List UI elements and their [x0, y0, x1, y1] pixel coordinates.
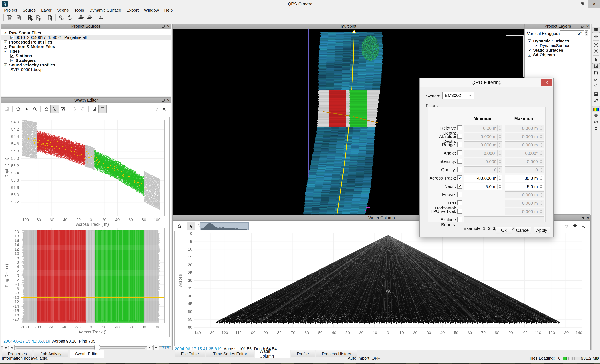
- menu-project[interactable]: Project: [1, 8, 20, 13]
- tab-file-table[interactable]: File Table: [175, 350, 205, 357]
- float-icon[interactable]: [162, 25, 165, 28]
- ruler-button[interactable]: [592, 98, 600, 104]
- filter-max-absolute-depth[interactable]: 0.000 m: [505, 133, 544, 140]
- checkbox[interactable]: ✓: [4, 50, 7, 53]
- water-column-fan-button[interactable]: [571, 222, 579, 230]
- float-icon[interactable]: [581, 25, 584, 28]
- spin-up-icon[interactable]: [585, 31, 588, 33]
- filter-button[interactable]: [98, 105, 107, 113]
- filter-min-nadir[interactable]: -5.0 m: [464, 183, 503, 190]
- menu-dynamic-surface[interactable]: Dynamic Surface: [87, 8, 124, 13]
- filter-max-nadir[interactable]: 5.0 m: [505, 183, 544, 190]
- filter-checkbox-tpu-vertical[interactable]: [458, 209, 462, 214]
- spinner[interactable]: [497, 184, 502, 190]
- filter-max-tpu-vertical[interactable]: 0.000 m: [505, 208, 544, 215]
- spinner[interactable]: [539, 175, 543, 181]
- new-project-button[interactable]: [6, 14, 14, 22]
- reprocess-button[interactable]: [66, 14, 74, 22]
- menu-layer[interactable]: Layer: [38, 8, 54, 13]
- vertical-exaggeration-input[interactable]: 6×: [560, 30, 584, 36]
- spinner[interactable]: [539, 200, 543, 206]
- filter-max-tpu-horizontal[interactable]: 0.000 m: [505, 200, 544, 207]
- ok-button[interactable]: OK: [496, 227, 513, 234]
- pointer-button[interactable]: [187, 222, 195, 230]
- filter-min-across-track[interactable]: -80.000 m: [464, 175, 503, 182]
- pointer-select-button[interactable]: [592, 63, 600, 69]
- filter-checkbox-exclude-beams[interactable]: [458, 217, 462, 222]
- filter-max-range[interactable]: 0.000 m: [505, 141, 544, 148]
- filter-checkbox-angle[interactable]: [458, 150, 462, 155]
- checkbox[interactable]: ✓: [4, 40, 7, 44]
- close-icon[interactable]: ×: [586, 24, 589, 28]
- zoom-button[interactable]: [31, 105, 39, 113]
- source-item-0010-20040617-154021-pingeline-all[interactable]: ✓0010_20040617_154021_Pingeline.all: [1, 35, 171, 40]
- accept-selection-button[interactable]: [59, 105, 67, 113]
- zoom-surface-button[interactable]: [592, 42, 600, 48]
- home-button[interactable]: [175, 222, 184, 230]
- ping-slider-track[interactable]: [16, 346, 146, 349]
- source-item-stations[interactable]: ✓Stations: [1, 54, 171, 58]
- source-item-position-motion-files[interactable]: ✓Position & Motion Files: [1, 44, 171, 49]
- swath-ping-delta-plot[interactable]: [3, 227, 169, 337]
- filter-checkbox-relative-depth[interactable]: [458, 125, 462, 130]
- menu-scene[interactable]: Scene: [54, 8, 72, 13]
- filter-min-angle[interactable]: 0.000°: [464, 150, 503, 157]
- swath-across-depth-plot[interactable]: [3, 117, 169, 227]
- lasso-select-button[interactable]: [592, 82, 600, 89]
- tab-swath-editor[interactable]: Swath Editor: [70, 350, 104, 358]
- spinner[interactable]: [539, 142, 543, 148]
- menu-window[interactable]: Window: [141, 8, 161, 13]
- filter-min-range[interactable]: 0.000 m: [464, 141, 503, 148]
- source-item-raw-sonar-files[interactable]: ✓Raw Sonar Files: [1, 31, 171, 35]
- surface-layer-button[interactable]: [592, 33, 600, 39]
- cube-points-button[interactable]: [592, 125, 600, 132]
- checkbox[interactable]: ✓: [4, 63, 7, 67]
- menu-tools[interactable]: Tools: [71, 8, 87, 13]
- checkbox[interactable]: ✓: [10, 54, 14, 58]
- filter-max-intensity[interactable]: 0.000: [505, 158, 544, 165]
- tab-time-series-editor[interactable]: Time Series Editor: [206, 350, 254, 357]
- spinner[interactable]: [497, 134, 502, 139]
- checkbox[interactable]: ✓: [4, 45, 7, 48]
- filter-max-relative-depth[interactable]: 0.000 m: [505, 125, 544, 132]
- filter-checkbox-heave[interactable]: [458, 192, 462, 197]
- home-button[interactable]: [14, 105, 22, 113]
- exclude-beams-input[interactable]: [464, 216, 544, 223]
- spinner[interactable]: [497, 150, 502, 156]
- restore-button[interactable]: [576, 0, 588, 8]
- dialog-close-button[interactable]: ×: [541, 79, 553, 86]
- toolbar-grip[interactable]: [593, 24, 599, 25]
- close-icon[interactable]: ×: [167, 24, 169, 28]
- layer-item-static-surfaces[interactable]: ✓Static Surfaces: [525, 48, 590, 53]
- dialog-titlebar[interactable]: QPD Filtering ×: [420, 78, 553, 87]
- float-icon[interactable]: [162, 99, 165, 102]
- zoom-extent-button[interactable]: [592, 48, 600, 54]
- close-button[interactable]: ×: [588, 0, 600, 8]
- undo-button[interactable]: [70, 105, 79, 113]
- minimize-button[interactable]: —: [563, 0, 575, 8]
- filter-max-heave[interactable]: 0.000 m: [505, 191, 544, 199]
- colormap-button[interactable]: [592, 106, 600, 112]
- filter-max-angle[interactable]: 0.000°: [505, 150, 544, 157]
- spinner[interactable]: [497, 142, 502, 148]
- source-item-processed-point-files[interactable]: ✓Processed Point Files: [1, 40, 171, 44]
- auto-advance-button[interactable]: [90, 105, 98, 113]
- spinner[interactable]: [539, 192, 543, 198]
- close-icon[interactable]: ×: [587, 216, 589, 220]
- filter-min-quality[interactable]: 0: [464, 166, 503, 173]
- open-project-button[interactable]: [14, 14, 23, 22]
- eraser-button[interactable]: [42, 105, 50, 113]
- add-svp-button[interactable]: [46, 14, 54, 22]
- float-icon[interactable]: [581, 216, 585, 219]
- grid-view-button[interactable]: [592, 27, 600, 33]
- layer-item-dynamic-surfaces[interactable]: ✓Dynamic Surfaces: [525, 39, 590, 43]
- filter-checkbox-tpu-horizontal[interactable]: [458, 200, 462, 205]
- source-item-tides[interactable]: ✓Tides: [1, 49, 171, 54]
- save-button[interactable]: [2, 105, 11, 113]
- cancel-button[interactable]: Cancel: [515, 227, 531, 234]
- pointer-button[interactable]: [22, 105, 31, 113]
- toolbar-grip[interactable]: [3, 14, 4, 21]
- source-item-strategies[interactable]: ✓Strategies: [1, 58, 171, 63]
- menu-source[interactable]: Source: [20, 8, 38, 13]
- spinner[interactable]: [539, 159, 543, 164]
